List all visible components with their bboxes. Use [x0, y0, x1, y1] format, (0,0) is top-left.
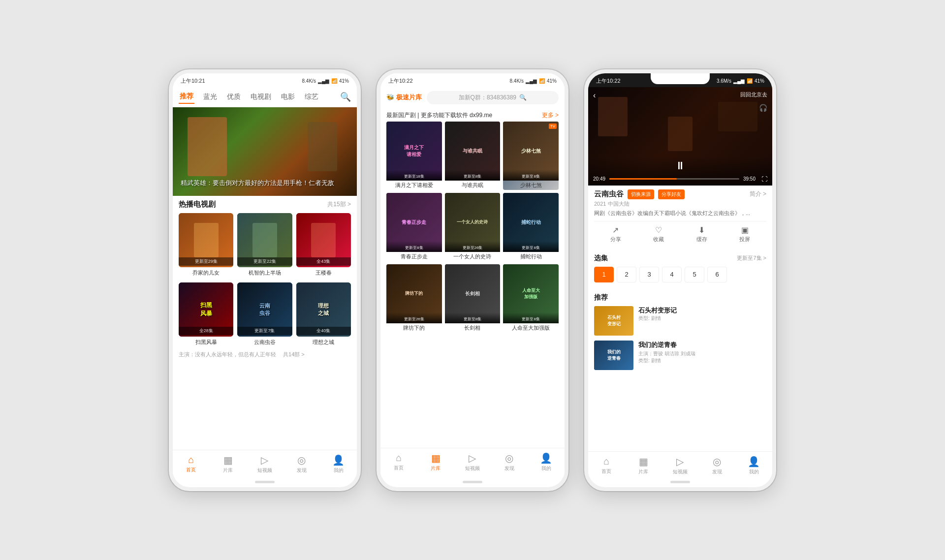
movie-poster-2: 与谁共眠 更新至8集	[445, 122, 501, 181]
episode-4[interactable]: 4	[662, 267, 682, 282]
phone2-time: 上午10:22	[388, 77, 413, 85]
tab-variety[interactable]: 综艺	[304, 91, 319, 103]
phone-3-notch	[651, 73, 710, 84]
movie-card-7[interactable]: 牌坊下的 更新至26集 牌坊下的	[386, 264, 442, 333]
phone3-nav-short-label: 短视频	[673, 468, 688, 475]
phone3-nav-mine[interactable]: 👤 我的	[735, 456, 772, 475]
phone2-nav-home[interactable]: ⌂ 首页	[380, 452, 417, 472]
drama-poster-2: 更新至22集	[237, 213, 292, 267]
hero-banner[interactable]: 精武英雄：要击倒对方最好的方法是用手枪！仁者无敌	[173, 107, 357, 196]
phone1-home-button	[255, 481, 275, 483]
movie-card-2[interactable]: 与谁共眠 更新至8集 与谁共眠	[445, 122, 501, 190]
pause-icon[interactable]: ⏸	[675, 159, 686, 172]
drama-card-4[interactable]: 扫黑风暴 全28集 扫黑风暴	[179, 282, 233, 346]
phone2-nav-mine[interactable]: 👤 我的	[528, 452, 565, 472]
phone-1: 上午10:21 8.4K/s ▂▄▆ 📶 41% 推荐 蓝光 优质 电视剧 电影…	[169, 69, 361, 491]
episode-1[interactable]: 1	[594, 267, 614, 282]
movie-poster-9: 人命至大加强版 更新至8集	[503, 264, 559, 323]
video-title-row: 云南虫谷 切换来源 分享好友 简介 >	[594, 189, 766, 199]
phone1-nav-mine-label: 我的	[334, 467, 344, 474]
drama-card-3[interactable]: 全43集 王楼春	[296, 213, 351, 277]
movie-8-title: 长剑相	[445, 323, 501, 333]
drama-card-1[interactable]: 更新至29集 乔家的儿女	[179, 213, 233, 277]
tab-tv[interactable]: 电视剧	[250, 91, 272, 103]
tab-movie[interactable]: 电影	[280, 91, 296, 103]
episode-5[interactable]: 5	[685, 267, 704, 282]
phone1-signal-bars: ▂▄▆	[318, 78, 329, 84]
video-title: 云南虫谷	[594, 189, 624, 199]
episodes-more[interactable]: 更新至7集 >	[737, 254, 766, 262]
hot-drama-more[interactable]: 共15部 >	[327, 200, 351, 209]
cast-icon: ▣	[741, 225, 749, 235]
cache-action[interactable]: ⬇ 缓存	[680, 225, 724, 243]
bottom-text: 主演：没有人永远年轻，但总有人正年轻	[179, 351, 276, 357]
phone3-nav-discover[interactable]: ◎ 发现	[698, 456, 735, 475]
phone1-nav-short[interactable]: ▷ 短视频	[247, 454, 284, 474]
share-friend-btn[interactable]: 分享好友	[658, 189, 685, 199]
phone2-nav-short[interactable]: ▷ 短视频	[454, 452, 491, 472]
phone2-status-icons: 8.4K/s ▂▄▆ 📶 41%	[510, 78, 557, 84]
movie-card-3[interactable]: 少林七煞 TV 更新至8集 少林七煞	[503, 122, 559, 190]
movie-2-title: 与谁共眠	[445, 181, 501, 190]
library-search-bar[interactable]: 加新Q群：834836389 🔍	[427, 91, 559, 104]
cast-action[interactable]: ▣ 投屏	[724, 225, 767, 243]
short-video-icon: ▷	[261, 454, 268, 466]
phone1-nav-library[interactable]: ▦ 片库	[210, 454, 247, 474]
phone2-nav-discover[interactable]: ◎ 发现	[491, 452, 528, 472]
headphone-icon[interactable]: 🎧	[759, 104, 767, 112]
switch-source-btn[interactable]: 切换来源	[628, 189, 654, 199]
phone1-status-icons: 8.4K/s ▂▄▆ 📶 41%	[302, 78, 349, 84]
video-more-link[interactable]: 简介 >	[750, 190, 766, 198]
phone2-nav-mine-label: 我的	[541, 465, 551, 472]
movie-card-1[interactable]: 满月之下请相爱 更新至18集 满月之下请相爱	[386, 122, 442, 190]
player-back-button[interactable]: ‹	[593, 91, 596, 100]
collect-action[interactable]: ♡ 收藏	[637, 225, 681, 243]
play-pause-row: ⏸	[593, 159, 767, 172]
library-icon: ▦	[223, 454, 233, 466]
phone1-nav-library-label: 片库	[223, 467, 233, 474]
ph2-discover-icon: ◎	[505, 452, 513, 464]
phone1-nav-discover[interactable]: ◎ 发现	[283, 454, 320, 474]
movie-7-badge: 更新至26集	[386, 312, 442, 323]
phone3-nav-short[interactable]: ▷ 短视频	[662, 456, 699, 475]
phone1-nav-mine[interactable]: 👤 我的	[320, 454, 357, 474]
phone3-nav-home[interactable]: ⌂ 首页	[588, 456, 625, 475]
movie-card-9[interactable]: 人命至大加强版 更新至8集 人命至大加强版	[503, 264, 559, 333]
episode-3[interactable]: 3	[639, 267, 659, 282]
tab-bluray[interactable]: 蓝光	[202, 91, 218, 103]
episode-2[interactable]: 2	[617, 267, 636, 282]
recommend-card-1[interactable]: 石头村变形记 石头村变形记 类型: 剧情	[594, 306, 766, 336]
video-desc: 网剧《云南虫谷》改编自天下霸唱小说《鬼吹灯之云南虫谷》，...	[594, 210, 766, 217]
tab-quality[interactable]: 优质	[226, 91, 242, 103]
movie-card-6[interactable]: 捕蛇行动 更新至8集 捕蛇行动	[503, 193, 559, 261]
phone2-nav-library[interactable]: ▦ 片库	[417, 452, 454, 472]
drama-card-6[interactable]: 理想之城 全40集 理想之城	[296, 282, 351, 346]
phone1-nav-home[interactable]: ⌂ 首页	[173, 454, 210, 474]
fullscreen-icon[interactable]: ⛶	[761, 176, 767, 183]
drama-card-2[interactable]: 更新至22集 机智的上半场	[237, 213, 292, 277]
phone-2: 上午10:22 8.4K/s ▂▄▆ 📶 41% 🐝 极速片库 加新Q群：834…	[377, 69, 568, 491]
movie-poster-8: 长剑相 更新至8集	[445, 264, 501, 323]
share-action[interactable]: ↗ 分享	[594, 225, 637, 243]
movie-card-4[interactable]: 青春正步走 更新至8集 青春正步走	[386, 193, 442, 261]
drama-card-5[interactable]: 云南虫谷 更新至7集 云南虫谷	[237, 282, 292, 346]
drama-4-badge: 全28集	[179, 327, 233, 335]
movie-5-title: 一个女人的史诗	[445, 252, 501, 261]
video-info: 云南虫谷 切换来源 分享好友 简介 > 2021 中国大陆 网剧《云南虫谷》改编…	[588, 186, 772, 247]
recommend-card-2[interactable]: 我们的逆青春 我们的逆青春 主演：曹骏 胡洁琼 刘成瑞 类型: 剧情	[594, 341, 766, 370]
ph2-home-icon: ⌂	[396, 452, 402, 464]
search-icon[interactable]: 🔍	[340, 92, 351, 102]
drama-3-name: 王楼春	[296, 269, 351, 277]
cache-label: 缓存	[696, 236, 707, 243]
movie-poster-6: 捕蛇行动 更新至8集	[503, 193, 559, 252]
library-more[interactable]: 更多 >	[542, 111, 559, 120]
movie-card-5[interactable]: 一个女人的史诗 更新至26集 一个女人的史诗	[445, 193, 501, 261]
video-player[interactable]: ‹ 回回北京去 🎧 ⏸ 20:49 39:50 ⛶	[588, 87, 772, 186]
phone3-nav-library[interactable]: ▦ 片库	[625, 456, 662, 475]
progress-bar[interactable]	[609, 178, 739, 180]
episode-6[interactable]: 6	[707, 267, 727, 282]
recommend-info-1: 石头村变形记 类型: 剧情	[638, 306, 766, 322]
phone3-battery: 41%	[755, 78, 764, 84]
movie-card-8[interactable]: 长剑相 更新至8集 长剑相	[445, 264, 501, 333]
tab-recommend[interactable]: 推荐	[179, 90, 194, 104]
